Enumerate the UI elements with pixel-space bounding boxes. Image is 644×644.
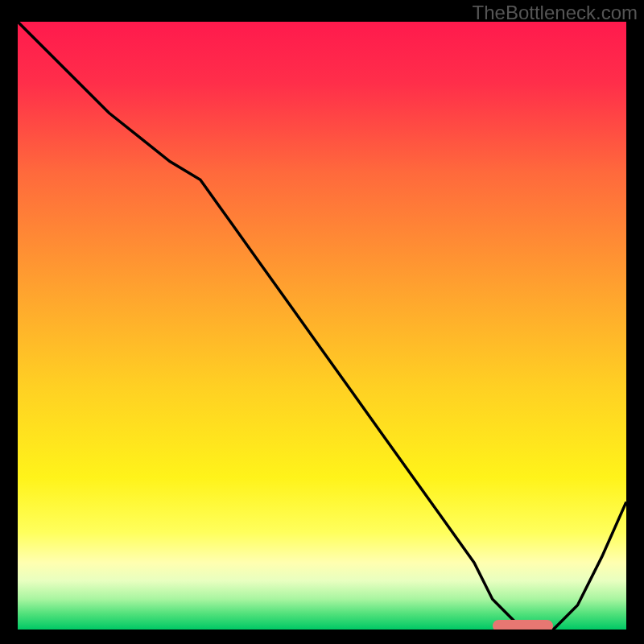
watermark-text: TheBottleneck.com: [473, 2, 638, 24]
chart-container: TheBottleneck.com: [0, 0, 644, 644]
optimal-marker: [493, 620, 554, 630]
plot-area: [18, 22, 626, 630]
curve-line: [18, 22, 626, 630]
